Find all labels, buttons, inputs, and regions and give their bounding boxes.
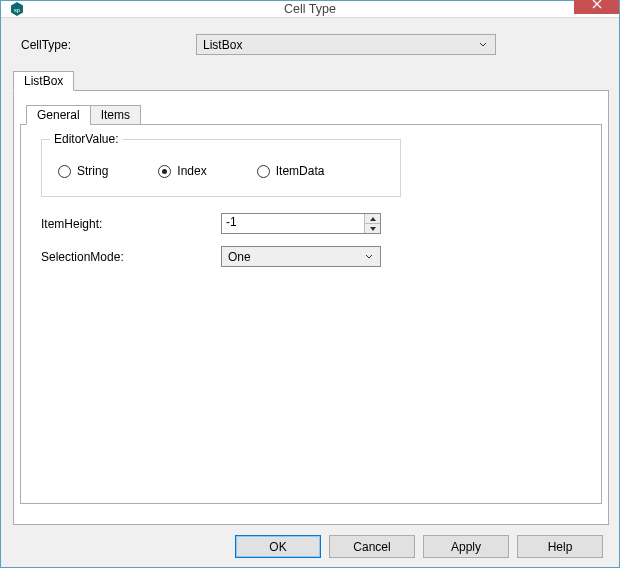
tab-items[interactable]: Items — [90, 105, 141, 125]
itemheight-label: ItemHeight: — [41, 217, 221, 231]
radio-index-label: Index — [177, 164, 206, 178]
radio-string[interactable]: String — [58, 164, 108, 178]
outer-tabstrip: ListBox General Items EditorValue: Strin… — [13, 71, 609, 525]
selectionmode-select[interactable]: One — [221, 246, 381, 267]
selectionmode-value: One — [228, 250, 251, 264]
ok-button[interactable]: OK — [235, 535, 321, 558]
inner-tab-panel: EditorValue: String Index — [20, 124, 602, 504]
radio-itemdata[interactable]: ItemData — [257, 164, 325, 178]
dialog-buttons: OK Cancel Apply Help — [11, 525, 609, 558]
editorvalue-legend: EditorValue: — [50, 132, 122, 146]
radio-icon — [58, 165, 71, 178]
outer-tabs: ListBox — [13, 71, 609, 91]
content-area: CellType: ListBox ListBox General Items — [1, 18, 619, 568]
dialog-window: sp Cell Type CellType: ListBox ListBox G… — [0, 0, 620, 568]
spin-up-button[interactable] — [365, 214, 380, 224]
app-icon: sp — [9, 1, 25, 17]
apply-button[interactable]: Apply — [423, 535, 509, 558]
editorvalue-radios: String Index ItemData — [56, 160, 386, 182]
itemheight-spinner[interactable]: -1 — [221, 213, 381, 234]
help-button[interactable]: Help — [517, 535, 603, 558]
radio-string-label: String — [77, 164, 108, 178]
inner-tabs: General Items — [26, 105, 602, 125]
svg-marker-4 — [370, 217, 376, 221]
outer-tab-panel: General Items EditorValue: String — [13, 90, 609, 525]
celltype-select[interactable]: ListBox — [196, 34, 496, 55]
celltype-row: CellType: ListBox — [21, 34, 609, 55]
chevron-down-icon — [362, 250, 376, 264]
tab-general[interactable]: General — [26, 105, 91, 125]
celltype-label: CellType: — [21, 38, 71, 52]
radio-icon — [158, 165, 171, 178]
itemheight-value[interactable]: -1 — [222, 214, 364, 233]
radio-index[interactable]: Index — [158, 164, 206, 178]
radio-itemdata-label: ItemData — [276, 164, 325, 178]
chevron-down-icon — [369, 225, 377, 233]
window-title: Cell Type — [1, 2, 619, 16]
svg-marker-5 — [370, 227, 376, 231]
chevron-up-icon — [369, 215, 377, 223]
spinner-buttons — [364, 214, 380, 233]
selectionmode-row: SelectionMode: One — [41, 246, 581, 267]
editorvalue-group: EditorValue: String Index — [41, 139, 401, 197]
titlebar: sp Cell Type — [1, 1, 619, 18]
close-button[interactable] — [574, 0, 619, 14]
celltype-value: ListBox — [203, 38, 242, 52]
chevron-down-icon — [475, 37, 491, 53]
spin-down-button[interactable] — [365, 224, 380, 233]
tab-listbox[interactable]: ListBox — [13, 71, 74, 91]
itemheight-row: ItemHeight: -1 — [41, 213, 581, 234]
cancel-button[interactable]: Cancel — [329, 535, 415, 558]
svg-text:sp: sp — [14, 6, 21, 14]
selectionmode-label: SelectionMode: — [41, 250, 221, 264]
close-icon — [592, 0, 602, 9]
radio-icon — [257, 165, 270, 178]
